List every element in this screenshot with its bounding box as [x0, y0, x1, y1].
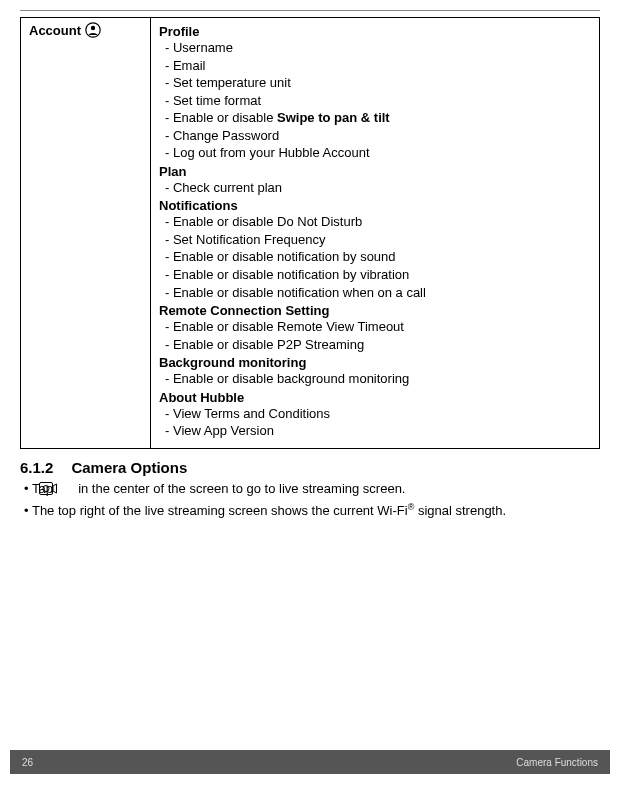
footer-title: Camera Functions: [516, 757, 598, 768]
account-label: Account: [29, 23, 81, 38]
heading-title: Camera Options: [71, 459, 187, 476]
list-item: Enable or disable notification by vibrat…: [165, 266, 591, 284]
bullet-item: The top right of the live streaming scre…: [24, 501, 600, 521]
top-rule: [20, 10, 600, 11]
section-title: Profile: [159, 24, 591, 39]
list-item: Check current plan: [165, 179, 591, 197]
list-item: Email: [165, 57, 591, 75]
list-item: Set time format: [165, 92, 591, 110]
section-heading: 6.1.2Camera Options: [20, 459, 600, 476]
dash-list: Enable or disable background monitoring: [159, 370, 591, 388]
superscript: ®: [408, 502, 415, 512]
list-item: Set temperature unit: [165, 74, 591, 92]
heading-number: 6.1.2: [20, 459, 53, 476]
list-item: Enable or disable Remote View Timeout: [165, 318, 591, 336]
bold-text: Swipe to pan & tilt: [277, 110, 390, 125]
page-number: 26: [22, 757, 33, 768]
list-item: Enable or disable P2P Streaming: [165, 336, 591, 354]
list-item: Username: [165, 39, 591, 57]
section-title: Plan: [159, 164, 591, 179]
camera-icon: [57, 482, 75, 495]
section-title: About Hubble: [159, 390, 591, 405]
section-title: Notifications: [159, 198, 591, 213]
page-footer: 26 Camera Functions: [10, 750, 610, 774]
account-icon: [85, 22, 101, 38]
list-item: View Terms and Conditions: [165, 405, 591, 423]
list-item: Change Password: [165, 127, 591, 145]
dash-list: Enable or disable Remote View TimeoutEna…: [159, 318, 591, 353]
list-item: Enable or disable background monitoring: [165, 370, 591, 388]
list-item: Set Notification Frequency: [165, 231, 591, 249]
list-item: Enable or disable notification when on a…: [165, 284, 591, 302]
dash-list: UsernameEmailSet temperature unitSet tim…: [159, 39, 591, 162]
svg-rect-2: [39, 482, 52, 494]
settings-table: Account ProfileUsernameEmailSet temperat…: [20, 17, 600, 449]
list-item: Enable or disable Do Not Disturb: [165, 213, 591, 231]
svg-point-1: [91, 26, 95, 30]
list-item: Enable or disable Swipe to pan & tilt: [165, 109, 591, 127]
section-title: Remote Connection Setting: [159, 303, 591, 318]
table-right-cell: ProfileUsernameEmailSet temperature unit…: [151, 18, 600, 449]
list-item: View App Version: [165, 422, 591, 440]
bullet-item: Tap in the center of the screen to go to…: [24, 480, 600, 499]
dash-list: Enable or disable Do Not DisturbSet Noti…: [159, 213, 591, 301]
dash-list: Check current plan: [159, 179, 591, 197]
dash-list: View Terms and ConditionsView App Versio…: [159, 405, 591, 440]
svg-point-3: [43, 485, 49, 491]
list-item: Enable or disable notification by sound: [165, 248, 591, 266]
bullet-list: Tap in the center of the screen to go to…: [20, 480, 600, 521]
section-title: Background monitoring: [159, 355, 591, 370]
table-left-cell: Account: [21, 18, 151, 449]
list-item: Log out from your Hubble Account: [165, 144, 591, 162]
